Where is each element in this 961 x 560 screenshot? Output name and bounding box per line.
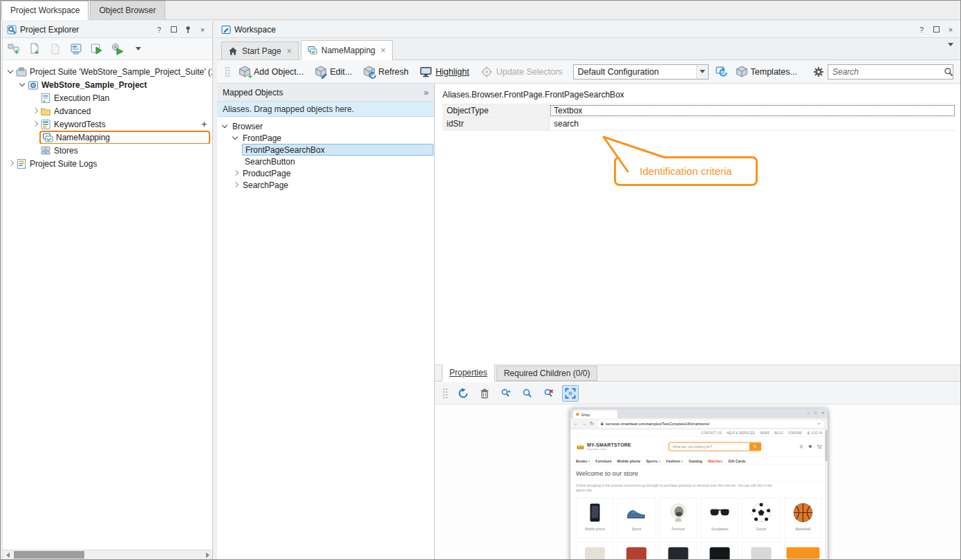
toolbar-grip[interactable] bbox=[442, 387, 447, 400]
tab-namemapping[interactable]: NameMapping × bbox=[301, 40, 393, 60]
close-tab-icon[interactable]: × bbox=[287, 46, 292, 56]
close-tab-icon[interactable]: × bbox=[381, 46, 386, 55]
expander-icon[interactable] bbox=[30, 106, 39, 115]
expander-icon[interactable] bbox=[6, 67, 15, 76]
organize-tests-button[interactable] bbox=[68, 41, 84, 57]
aliases-drop-bar[interactable]: Aliases. Drag mapped objects here. bbox=[217, 102, 434, 117]
mini-webpage: CONTACT US HELP & SERVICES NEWS BLOG FOR… bbox=[570, 429, 828, 559]
delete-image-button[interactable] bbox=[476, 385, 493, 402]
add-new-file-button[interactable]: + bbox=[27, 41, 42, 57]
add-keyword-test-button[interactable]: + bbox=[201, 119, 212, 129]
product-card: Furniture bbox=[659, 498, 697, 539]
expander-icon[interactable] bbox=[221, 122, 230, 131]
help-icon[interactable]: ? bbox=[153, 24, 165, 35]
namemapping-icon bbox=[42, 132, 53, 143]
view-image-button[interactable] bbox=[519, 385, 536, 402]
add-object-button[interactable]: + Add Object... bbox=[234, 63, 308, 80]
property-value[interactable]: Textbox bbox=[550, 104, 955, 117]
alias-node-frontpage[interactable]: FrontPage bbox=[217, 132, 434, 144]
alias-node-searchbutton[interactable]: SearchButton bbox=[217, 156, 434, 167]
scrollbar-track[interactable] bbox=[12, 550, 203, 559]
scroll-right-button[interactable] bbox=[203, 550, 212, 559]
gear-icon[interactable] bbox=[811, 64, 826, 80]
tree-item-project-suite-logs[interactable]: Project Suite Logs bbox=[3, 157, 212, 170]
keyword-tests-icon bbox=[40, 119, 51, 130]
tree-item-label: WebStore_Sample_Project bbox=[41, 80, 147, 90]
store-header-icons bbox=[799, 445, 823, 449]
expander-icon[interactable] bbox=[18, 80, 27, 89]
run-options-dropdown[interactable] bbox=[131, 41, 146, 57]
close-icon[interactable]: × bbox=[945, 24, 956, 35]
tab-list-dropdown-icon[interactable] bbox=[948, 46, 953, 56]
expander-icon[interactable] bbox=[6, 159, 15, 168]
add-new-item-button[interactable]: + bbox=[6, 41, 21, 57]
float-window-icon[interactable] bbox=[168, 24, 179, 35]
help-icon[interactable]: ? bbox=[916, 24, 927, 35]
run-project-button[interactable] bbox=[110, 41, 125, 57]
tab-label: Object Browser bbox=[99, 6, 156, 15]
expander-icon[interactable] bbox=[231, 180, 240, 189]
close-icon[interactable]: × bbox=[197, 24, 208, 35]
table-row[interactable]: ObjectType Textbox bbox=[442, 104, 955, 118]
tab-properties[interactable]: Properties bbox=[442, 364, 495, 382]
product-card bbox=[576, 542, 614, 559]
tab-object-browser[interactable]: Object Browser bbox=[90, 1, 165, 19]
configuration-select[interactable]: Default Configuration bbox=[573, 64, 709, 80]
product-card: Sports bbox=[617, 498, 655, 539]
alias-node-browser[interactable]: Browser bbox=[217, 120, 434, 132]
table-row[interactable]: idStr search bbox=[442, 118, 955, 131]
expander-icon[interactable] bbox=[30, 120, 39, 129]
horizontal-scrollbar[interactable] bbox=[3, 550, 212, 559]
orange-button bbox=[786, 548, 819, 559]
expander-icon[interactable] bbox=[231, 133, 240, 142]
refresh-image-button[interactable] bbox=[455, 385, 472, 402]
scrollbar-thumb[interactable] bbox=[14, 551, 84, 559]
scroll-left-button[interactable] bbox=[3, 550, 12, 559]
tree-item-advanced[interactable]: Advanced bbox=[3, 104, 212, 118]
tree-item-namemapping[interactable]: NameMapping bbox=[3, 131, 212, 144]
capture-image-button[interactable]: + bbox=[498, 385, 514, 402]
templates-button[interactable]: Templates... bbox=[731, 63, 802, 80]
edit-button[interactable]: Edit... bbox=[310, 63, 357, 80]
search-icon[interactable] bbox=[944, 67, 953, 77]
product-image bbox=[668, 548, 688, 560]
fit-to-window-button[interactable] bbox=[562, 385, 579, 402]
toolbar-grip[interactable] bbox=[224, 66, 230, 78]
project-explorer-toolbar: + + bbox=[3, 38, 212, 60]
search-input[interactable] bbox=[828, 67, 944, 77]
button-label: Templates... bbox=[751, 67, 797, 77]
remove-image-button[interactable] bbox=[541, 385, 557, 402]
alias-node-frontpagesearchbox[interactable]: FrontPageSearchBox bbox=[217, 144, 434, 156]
product-grid: Mobile phone Sports Furniture bbox=[576, 498, 822, 539]
alias-node-searchpage[interactable]: SearchPage bbox=[217, 179, 434, 191]
object-image-preview-panel: + bbox=[435, 382, 960, 559]
tab-label: Project Workspace bbox=[10, 6, 80, 15]
svg-text:+: + bbox=[15, 48, 19, 55]
tree-item-stores[interactable]: Stores bbox=[3, 144, 212, 157]
float-window-icon[interactable] bbox=[931, 24, 942, 35]
workspace-header: Workspace ? × bbox=[217, 21, 960, 38]
pin-icon[interactable] bbox=[183, 24, 194, 35]
product-image bbox=[752, 548, 772, 560]
expander-icon[interactable] bbox=[231, 169, 240, 178]
highlight-button[interactable]: Highlight bbox=[415, 63, 474, 81]
tab-project-workspace[interactable]: Project Workspace bbox=[1, 1, 88, 20]
tree-item-keywordtests[interactable]: KeywordTests + bbox=[3, 118, 212, 131]
tree-item-project-suite[interactable]: Project Suite 'WebStore_Sample_Project_S… bbox=[3, 65, 212, 78]
tab-required-children[interactable]: Required Children (0/0) bbox=[496, 366, 598, 381]
add-existing-file-button[interactable] bbox=[48, 41, 63, 57]
configuration-value: Default Configuration bbox=[574, 67, 696, 77]
sync-namemapping-button[interactable] bbox=[714, 64, 729, 80]
monitor-icon bbox=[420, 66, 432, 78]
refresh-button[interactable]: Refresh bbox=[358, 63, 413, 80]
combo-dropdown-icon[interactable] bbox=[696, 65, 708, 79]
cube-icon bbox=[736, 66, 748, 78]
alias-node-productpage[interactable]: ProductPage bbox=[217, 167, 434, 179]
property-value[interactable]: search bbox=[550, 118, 955, 130]
collapse-panel-icon[interactable]: » bbox=[424, 87, 429, 97]
tree-item-execution-plan[interactable]: Execution Plan bbox=[3, 91, 212, 104]
tab-label: Start Page bbox=[242, 46, 281, 56]
tree-item-project[interactable]: WebStore_Sample_Project bbox=[3, 78, 212, 91]
tab-start-page[interactable]: Start Page × bbox=[221, 41, 299, 59]
run-test-button[interactable] bbox=[89, 41, 104, 57]
